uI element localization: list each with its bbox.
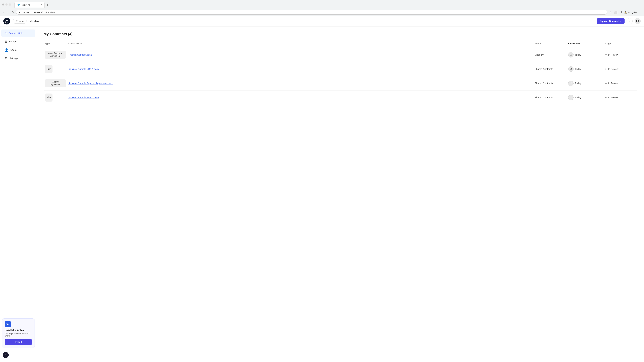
restore-button[interactable]: ⧉ [5, 3, 8, 6]
page-title: My Contracts (4) [44, 32, 637, 36]
stage-label-3: In Review [608, 96, 618, 99]
group-cell-3: Shared Contracts [533, 95, 567, 99]
sidebar-label-users: Users [10, 49, 16, 51]
main-content: My Contracts (4) Type Contract Name Grou… [37, 26, 644, 362]
minimize-button[interactable]: — [2, 3, 4, 6]
type-cell-3: NDA [44, 93, 67, 102]
actions-cell-2: ⋮ [630, 80, 637, 86]
sidebar: ⌂ Contract Hub ⊞ Groups 👤 Users ⚙ Settin… [0, 26, 37, 362]
incognito-button[interactable]: 🕵 Incognito [624, 11, 636, 13]
table-row: Supplier Agreement Robin AI Sample Suppl… [44, 76, 637, 90]
new-tab-button[interactable]: + [45, 3, 50, 7]
browser-menu-button[interactable]: ⋮ [638, 10, 642, 14]
sidebar-item-settings[interactable]: ⚙ Settings [1, 54, 36, 62]
type-cell-1: NDA [44, 64, 67, 74]
chat-icon: ☀ [5, 354, 7, 356]
stage-cell-0: ✏ In Review [604, 53, 630, 57]
last-edited-cell-0: LD Today [567, 51, 604, 58]
last-edited-cell-2: LD Today [567, 80, 604, 87]
download-button[interactable]: ⬇ [620, 10, 623, 14]
active-tab[interactable]: 🐦 Robin AI × [14, 2, 44, 7]
contract-link-2[interactable]: Robin AI Sample Supplier Agreement.docx [68, 82, 113, 85]
table-header: Type Contract Name Group Last Edited ↑ S… [44, 40, 637, 47]
upload-label: Upload Contract [600, 20, 619, 22]
table-row: NDA Robin AI Sample NDA 2.docx Shared Co… [44, 90, 637, 105]
col-name: Contract Name [67, 41, 533, 45]
app-header: Review Moodjoy Upload Contract ↑ ? LD [0, 16, 644, 26]
table-row: Asset Purchase Agreement Product Contrac… [44, 48, 637, 62]
close-button[interactable]: × [9, 3, 11, 6]
addon-description: Get Reports within Microsoft Word! [5, 332, 32, 337]
contract-name-cell-2: Robin AI Sample Supplier Agreement.docx [67, 81, 533, 85]
address-bar-url: app.robinai.co.uk/review/contract-hub [18, 11, 605, 13]
row-avatar-1: LD [568, 66, 574, 72]
edit-icon-1: ✏ [605, 68, 607, 70]
chat-button[interactable]: ☀ [3, 352, 9, 358]
more-menu-button-0[interactable]: ⋮ [632, 52, 638, 57]
contract-link-0[interactable]: Product Contract.docx [68, 53, 92, 56]
edit-icon-0: ✏ [605, 53, 607, 56]
upload-contract-button[interactable]: Upload Contract ↑ [597, 18, 624, 24]
stage-label-0: In Review [608, 53, 618, 56]
stage-label-2: In Review [608, 82, 618, 85]
edited-text-3: Today [575, 96, 581, 99]
app-body: ⌂ Contract Hub ⊞ Groups 👤 Users ⚙ Settin… [0, 26, 644, 362]
header-actions: Upload Contract ↑ ? LD [597, 18, 641, 24]
review-button[interactable]: Review [13, 18, 27, 24]
edited-text-1: Today [575, 68, 581, 70]
last-edited-cell-1: LD Today [567, 66, 604, 72]
more-menu-button-2[interactable]: ⋮ [632, 81, 638, 86]
window-controls: — ⧉ × [2, 3, 11, 6]
svg-point-1 [7, 20, 8, 21]
contract-name-cell-0: Product Contract.docx [67, 53, 533, 57]
sidebar-item-contract-hub[interactable]: ⌂ Contract Hub [1, 29, 36, 37]
install-button[interactable]: Install [5, 339, 32, 345]
contract-link-1[interactable]: Robin AI Sample NDA 1.docx [68, 68, 99, 70]
col-group: Group [533, 41, 567, 45]
tab-favicon: 🐦 [17, 3, 20, 6]
sidebar-item-users[interactable]: 👤 Users [1, 46, 36, 54]
type-badge-2: Supplier Agreement [45, 79, 66, 87]
browser-chrome: — ⧉ × 🐦 Robin AI × + ‹ › ↻ app.robinai.c… [0, 0, 644, 16]
svg-point-0 [3, 18, 10, 24]
bookmark-button[interactable]: ☆ [608, 10, 612, 14]
row-avatar-0: LD [568, 52, 574, 57]
actions-cell-0: ⋮ [630, 52, 637, 58]
address-bar[interactable]: app.robinai.co.uk/review/contract-hub [16, 10, 607, 14]
app-logo [3, 18, 10, 24]
tab-close-btn[interactable]: × [40, 4, 42, 6]
group-cell-1: Shared Contracts [533, 67, 567, 71]
reload-button[interactable]: ↻ [10, 10, 15, 14]
table-row: NDA Robin AI Sample NDA 1.docx Shared Co… [44, 62, 637, 76]
tab-bar: 🐦 Robin AI × + [12, 1, 642, 7]
addon-card: W Install the Add-in Get Reports within … [2, 319, 35, 348]
last-edited-cell-3: LD Today [567, 94, 604, 101]
contract-link-3[interactable]: Robin AI Sample NDA 2.docx [68, 96, 99, 99]
stage-label-1: In Review [608, 68, 618, 70]
more-menu-button-3[interactable]: ⋮ [632, 95, 638, 100]
forward-button[interactable]: › [6, 10, 9, 14]
sidebar-item-groups[interactable]: ⊞ Groups [1, 38, 36, 45]
back-button[interactable]: ‹ [2, 10, 5, 14]
help-button[interactable]: ? [626, 18, 632, 24]
row-avatar-3: LD [568, 95, 574, 100]
stage-cell-1: ✏ In Review [604, 67, 630, 71]
upload-icon: ↑ [620, 20, 621, 22]
sidebar-bottom-section: ☀ [0, 350, 37, 360]
actions-cell-1: ⋮ [630, 66, 637, 72]
col-last-edited[interactable]: Last Edited ↑ [567, 41, 604, 45]
type-badge-1: NDA [45, 65, 52, 73]
contract-name-cell-1: Robin AI Sample NDA 1.docx [67, 67, 533, 71]
browser-titlebar: — ⧉ × 🐦 Robin AI × + [0, 0, 644, 9]
more-menu-button-1[interactable]: ⋮ [632, 66, 638, 71]
extensions-button[interactable]: ⬜ [614, 10, 618, 14]
company-name: Moodjoy [30, 19, 597, 22]
sidebar-label-contract-hub: Contract Hub [8, 32, 22, 35]
user-avatar[interactable]: LD [634, 18, 641, 24]
stage-cell-2: ✏ In Review [604, 81, 630, 85]
stage-cell-3: ✏ In Review [604, 95, 630, 99]
row-avatar-2: LD [568, 81, 574, 86]
type-cell-0: Asset Purchase Agreement [44, 50, 67, 59]
group-cell-0: Moodjoy [533, 53, 567, 57]
settings-icon: ⚙ [5, 56, 8, 60]
